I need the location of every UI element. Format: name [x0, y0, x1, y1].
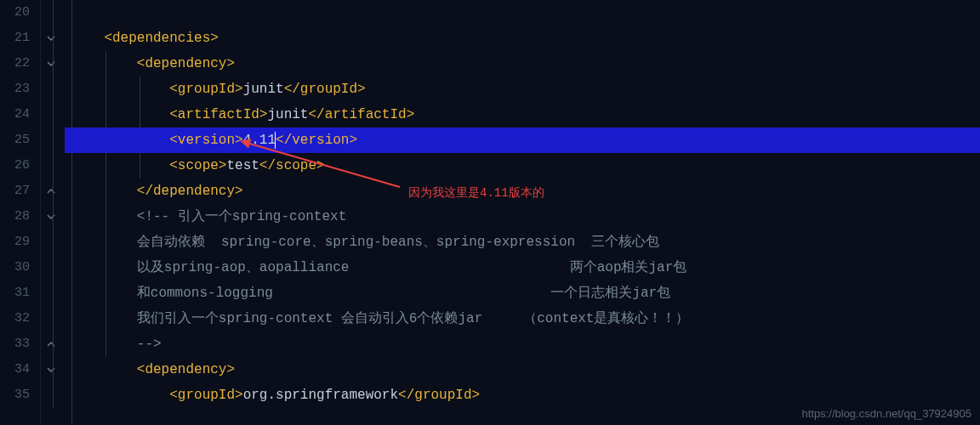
fold-down-icon[interactable] — [46, 33, 56, 43]
line-number: 20 — [0, 0, 30, 26]
line-number: 35 — [0, 382, 30, 408]
code-line[interactable]: <artifactId>junit</artifactId> — [65, 102, 980, 128]
line-number: 22 — [0, 51, 30, 76]
code-content[interactable]: <dependencies> <dependency> <groupId>jun… — [65, 0, 980, 425]
code-line[interactable]: 会自动依赖 spring-core、spring-beans、spring-ex… — [65, 230, 980, 255]
xml-tag: </artifactId> — [308, 107, 414, 122]
code-line[interactable]: <groupId>org.springframework</groupId> — [65, 382, 980, 408]
fold-down-icon[interactable] — [46, 365, 56, 375]
line-number: 21 — [0, 26, 30, 51]
line-number: 26 — [0, 153, 30, 178]
line-number: 29 — [0, 230, 30, 255]
line-number: 32 — [0, 306, 30, 332]
xml-comment: 以及spring-aop、aopalliance 两个aop相关jar包 — [137, 260, 687, 275]
code-line[interactable]: 我们引入一个spring-context 会自动引入6个依赖jar （conte… — [65, 306, 980, 332]
xml-tag: </version> — [276, 133, 357, 148]
xml-text: junit — [267, 107, 308, 122]
xml-tag: <groupId> — [169, 82, 242, 97]
annotation-text: 因为我这里是4.11版本的 — [408, 185, 544, 201]
code-line[interactable]: <!-- 引入一个spring-context — [65, 204, 980, 230]
fold-up-icon[interactable] — [46, 339, 56, 349]
line-number-gutter: 20 21 22 23 24 25 26 27 28 29 30 31 32 3… — [0, 0, 41, 425]
xml-comment: --> — [137, 337, 162, 352]
line-number: 34 — [0, 357, 30, 382]
xml-text: 4.11 — [243, 133, 276, 148]
xml-text: org.springframework — [243, 388, 398, 403]
xml-tag: <artifactId> — [169, 107, 267, 122]
line-number: 25 — [0, 128, 30, 153]
line-number: 31 — [0, 280, 30, 306]
xml-tag: </groupId> — [398, 388, 480, 403]
line-number: 33 — [0, 332, 30, 357]
fold-down-icon[interactable] — [46, 59, 56, 69]
xml-text: test — [226, 158, 259, 173]
line-number: 24 — [0, 102, 30, 128]
line-number: 27 — [0, 178, 30, 204]
xml-comment: <!-- 引入一个spring-context — [137, 209, 346, 224]
xml-comment: 我们引入一个spring-context 会自动引入6个依赖jar （conte… — [137, 311, 690, 326]
code-line[interactable]: 以及spring-aop、aopalliance 两个aop相关jar包 — [65, 255, 980, 280]
code-line[interactable]: <dependency> — [65, 357, 980, 382]
xml-comment: 和commons-logging 一个日志相关jar包 — [137, 286, 670, 301]
xml-tag: <version> — [169, 133, 242, 148]
xml-tag: <groupId> — [169, 388, 242, 403]
fold-down-icon[interactable] — [46, 212, 56, 222]
xml-tag: </dependency> — [137, 184, 243, 199]
xml-tag: <dependency> — [137, 362, 235, 377]
xml-tag: </scope> — [259, 158, 325, 173]
xml-comment: 会自动依赖 spring-core、spring-beans、spring-ex… — [137, 235, 659, 250]
xml-tag: <scope> — [169, 158, 226, 173]
code-line[interactable]: <dependencies> — [65, 26, 980, 51]
line-number: 23 — [0, 76, 30, 102]
code-line[interactable]: --> — [65, 332, 980, 357]
xml-tag: <dependency> — [137, 56, 235, 71]
code-line-highlighted[interactable]: <version>4.11</version> — [65, 128, 980, 153]
code-editor[interactable]: 20 21 22 23 24 25 26 27 28 29 30 31 32 3… — [0, 0, 980, 425]
fold-up-icon[interactable] — [46, 186, 56, 196]
watermark: https://blog.csdn.net/qq_37924905 — [802, 407, 972, 420]
code-line[interactable]: 和commons-logging 一个日志相关jar包 — [65, 280, 980, 306]
code-line[interactable] — [65, 0, 980, 26]
code-line[interactable]: <dependency> — [65, 51, 980, 76]
xml-tag: <dependencies> — [104, 31, 218, 46]
xml-tag: </groupId> — [284, 82, 366, 97]
fold-gutter — [41, 0, 65, 425]
line-number: 30 — [0, 255, 30, 280]
xml-text: junit — [243, 82, 284, 97]
code-line[interactable]: <scope>test</scope> — [65, 153, 980, 178]
line-number: 28 — [0, 204, 30, 230]
code-line[interactable]: <groupId>junit</groupId> — [65, 76, 980, 102]
